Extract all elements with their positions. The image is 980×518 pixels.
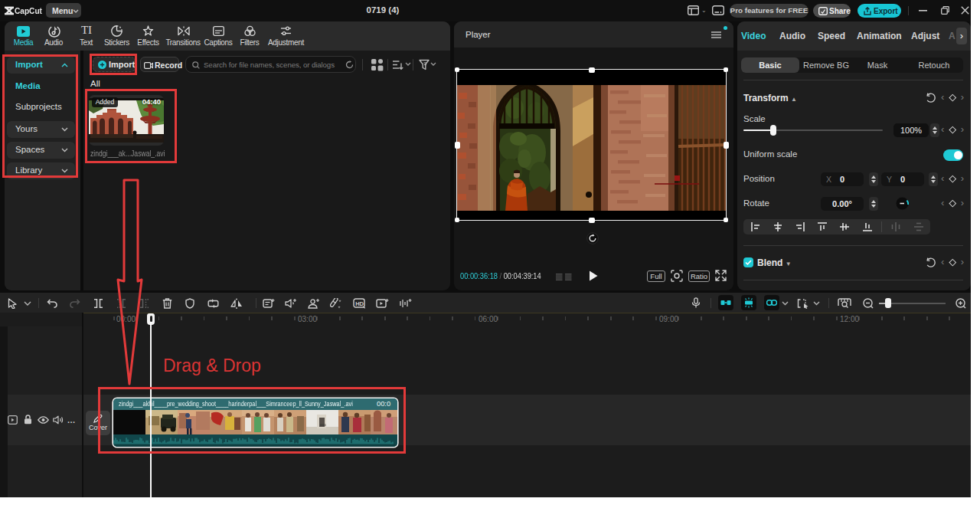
svg-text:HD: HD (355, 300, 364, 307)
